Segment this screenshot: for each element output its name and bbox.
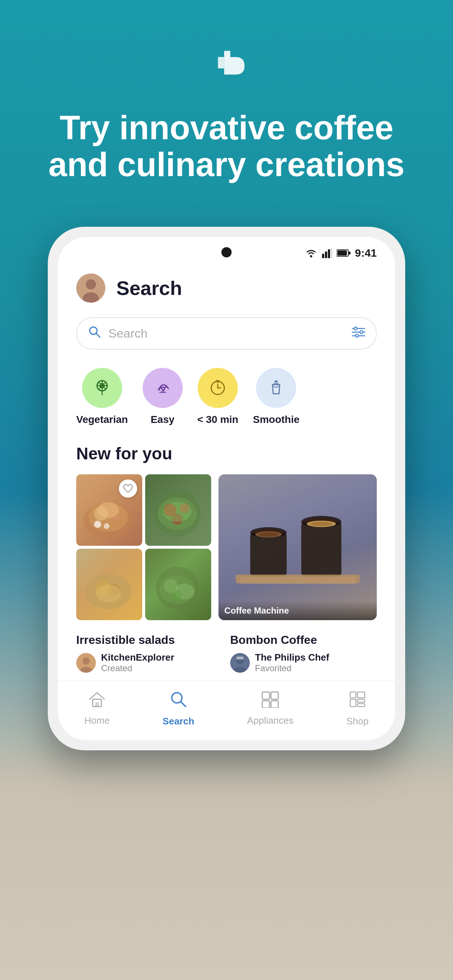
- philips-chef-avatar: [230, 653, 250, 673]
- coffee-info: Bombon Coffee The Philips Chef: [230, 633, 377, 673]
- svg-rect-87: [357, 699, 365, 702]
- salads-recipe-name: Irresistible salads: [76, 633, 223, 647]
- salad-image-1: [76, 474, 142, 546]
- svg-point-62: [258, 532, 279, 537]
- svg-line-79: [180, 702, 186, 706]
- search-placeholder: Search: [108, 326, 345, 340]
- filter-icon[interactable]: [352, 327, 365, 340]
- hero-title: Try innovative coffee and culinary creat…: [27, 110, 427, 183]
- status-bar: 9:41: [58, 237, 395, 262]
- nav-shop[interactable]: Shop: [346, 690, 369, 727]
- category-label-smoothie: Smoothie: [253, 414, 300, 425]
- nav-home[interactable]: Home: [84, 690, 109, 726]
- salad-image-3: [76, 549, 142, 620]
- svg-line-12: [96, 334, 100, 337]
- salads-image-grid: [76, 474, 211, 620]
- nav-appliances-label: Appliances: [247, 715, 293, 726]
- recipe-info-row: Irresistible salads KitchenExplorer Crea…: [58, 627, 395, 681]
- svg-rect-77: [95, 702, 99, 706]
- svg-rect-68: [236, 574, 360, 583]
- page-title: Search: [116, 277, 182, 299]
- app-header: Search: [58, 262, 395, 310]
- search-icon: [88, 325, 101, 342]
- category-label-easy: Easy: [151, 414, 174, 425]
- svg-rect-86: [350, 699, 356, 706]
- category-label-quick: < 30 min: [197, 414, 239, 425]
- salads-info: Irresistible salads KitchenExplorer Crea…: [76, 633, 223, 673]
- bottom-navigation: Home Search: [58, 681, 395, 740]
- battery-icon: [337, 249, 351, 257]
- salads-creator-info: KitchenExplorer Created: [101, 652, 174, 673]
- svg-point-67: [310, 522, 332, 526]
- category-easy[interactable]: Easy: [143, 368, 183, 425]
- coffee-creator-action: Favorited: [255, 663, 329, 673]
- svg-point-70: [83, 657, 90, 665]
- category-circle-smoothie: [256, 368, 296, 408]
- svg-rect-58: [250, 533, 287, 576]
- search-nav-icon: [169, 690, 188, 713]
- svg-point-17: [360, 331, 363, 334]
- status-time: 9:41: [355, 247, 377, 259]
- salads-card[interactable]: [76, 474, 211, 620]
- coffee-card[interactable]: Coffee Machine: [219, 474, 377, 620]
- svg-rect-80: [262, 692, 270, 699]
- salads-creator-name: KitchenExplorer: [101, 652, 174, 663]
- coffee-category-label: Coffee Machine: [219, 601, 377, 620]
- categories-row: Vegetarian Easy: [58, 361, 395, 440]
- svg-rect-85: [357, 692, 365, 698]
- svg-rect-4: [331, 248, 332, 258]
- category-circle-quick: [198, 368, 238, 408]
- salads-creator: KitchenExplorer Created: [76, 652, 223, 673]
- user-avatar[interactable]: [76, 274, 105, 302]
- svg-rect-1: [322, 254, 324, 258]
- coffee-image: Coffee Machine: [219, 474, 377, 620]
- svg-rect-63: [301, 522, 341, 576]
- nav-shop-label: Shop: [346, 716, 369, 727]
- svg-rect-88: [357, 704, 365, 706]
- signal-icon: [322, 248, 332, 258]
- kitchen-explorer-avatar: [76, 653, 96, 673]
- search-container: Search: [58, 310, 395, 361]
- coffee-recipe-name: Bombon Coffee: [230, 633, 377, 647]
- wifi-icon: [305, 248, 318, 258]
- app-logo: [203, 44, 250, 91]
- category-circle-vegetarian: [82, 368, 122, 408]
- phone-frame: 9:41 Search: [48, 227, 405, 750]
- phone-mockup: 9:41 Search: [48, 227, 405, 750]
- nav-search-label: Search: [163, 716, 195, 727]
- new-for-you-section: New for you: [58, 440, 395, 463]
- svg-point-41: [104, 523, 109, 530]
- coffee-creator: The Philips Chef Favorited: [230, 652, 377, 673]
- nav-appliances[interactable]: Appliances: [247, 690, 293, 726]
- svg-rect-83: [271, 701, 278, 708]
- salads-creator-action: Created: [101, 663, 174, 673]
- svg-point-18: [356, 334, 359, 337]
- salad-image-4: [145, 549, 211, 620]
- nav-home-label: Home: [84, 715, 109, 726]
- appliances-icon: [261, 690, 280, 712]
- svg-rect-6: [337, 250, 347, 256]
- hero-section: Try innovative coffee and culinary creat…: [0, 0, 453, 205]
- category-label-vegetarian: Vegetarian: [76, 414, 128, 425]
- svg-point-39: [98, 503, 119, 518]
- svg-point-9: [86, 279, 96, 290]
- home-icon: [88, 690, 107, 712]
- svg-point-0: [310, 255, 312, 258]
- new-for-you-title: New for you: [76, 444, 377, 463]
- nav-search[interactable]: Search: [163, 690, 195, 727]
- svg-rect-3: [328, 250, 330, 258]
- salad-image-2: [145, 474, 211, 546]
- svg-rect-7: [349, 251, 351, 255]
- coffee-creator-name: The Philips Chef: [255, 652, 329, 663]
- category-smoothie[interactable]: Smoothie: [253, 368, 300, 425]
- category-quick[interactable]: < 30 min: [197, 368, 239, 425]
- svg-rect-84: [350, 692, 356, 698]
- category-circle-easy: [143, 368, 183, 408]
- recipe-cards-row: Coffee Machine: [58, 474, 395, 627]
- svg-rect-81: [271, 692, 278, 699]
- coffee-creator-info: The Philips Chef Favorited: [255, 652, 329, 673]
- category-vegetarian[interactable]: Vegetarian: [76, 368, 128, 425]
- svg-point-40: [94, 521, 101, 528]
- search-bar[interactable]: Search: [76, 317, 377, 350]
- shop-icon: [348, 690, 367, 713]
